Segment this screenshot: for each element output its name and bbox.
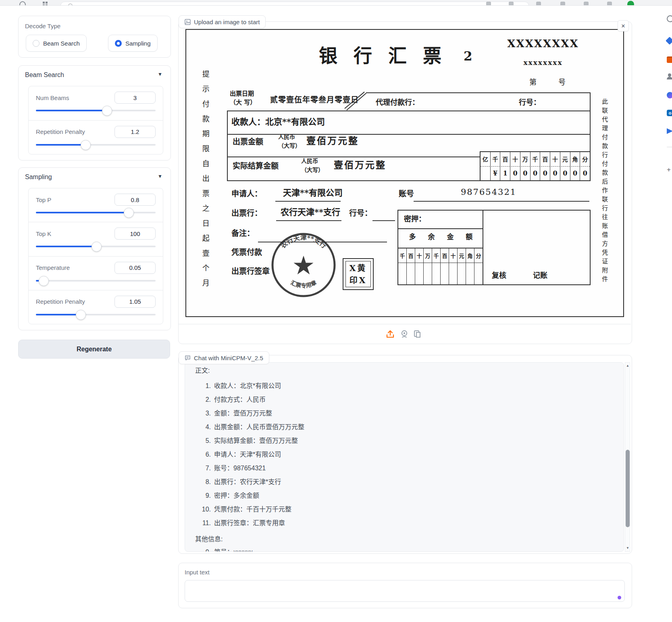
chat-item-number: 1. (199, 382, 211, 390)
webcam-icon[interactable] (400, 330, 409, 338)
chat-list-item: 1. 收款人：北京*有限公司 (199, 382, 616, 390)
slider-handle[interactable] (39, 276, 49, 286)
name-seal-stamp: X黄 印X (343, 258, 374, 290)
slider-handle[interactable] (76, 310, 86, 320)
grid-header-cell: 十 (415, 248, 424, 263)
sidebar-send-icon[interactable] (667, 128, 672, 134)
param-slider[interactable] (36, 144, 156, 146)
extension-badge-icon[interactable] (627, 1, 634, 6)
split-screen-icon[interactable] (560, 2, 565, 6)
menu-icon[interactable] (607, 2, 612, 6)
apps-grid-icon[interactable] (43, 2, 48, 6)
param-slider[interactable] (36, 314, 156, 315)
sidebar-search-icon[interactable] (667, 15, 672, 22)
chat-input-textarea[interactable] (185, 580, 625, 602)
radio-sampling-label: Sampling (125, 40, 151, 47)
sidebar-add-icon[interactable]: + (667, 166, 671, 173)
grid-header-cell: 千 (432, 248, 441, 263)
param-number-input[interactable]: 1.05 (114, 296, 156, 308)
grid-header-cell: 百 (500, 152, 510, 166)
slider-handle[interactable] (124, 208, 134, 218)
bank-draft-image: 银 行 汇 票 2 XXXXXXXX xxxxxxxx 第 号 提示付款期限自出… (185, 29, 624, 317)
favorites-icon[interactable] (509, 2, 514, 6)
draft-pay-label: 凭票付款 (231, 248, 262, 257)
surplus-grid-headers: 千百十万千百十元角分 (398, 248, 483, 263)
draft-drawer-label: 出票行： (231, 209, 262, 218)
chevron-down-icon[interactable]: ▼ (158, 173, 162, 179)
chat-item-number: 2. (199, 395, 211, 404)
draft-line (398, 228, 483, 229)
param-slider[interactable] (36, 110, 156, 111)
param-label: Repetition Penalty (36, 298, 85, 305)
draft-amount-label: 出票金额 (233, 138, 263, 146)
clear-image-button[interactable]: ✕ (618, 20, 629, 31)
grid-header-cell: 分 (474, 248, 483, 263)
slider-handle[interactable] (81, 140, 91, 150)
sampling-accordion-title[interactable]: Sampling (25, 173, 52, 181)
sidebar-outlook-icon[interactable]: o (667, 110, 672, 116)
draft-underline (275, 201, 341, 202)
chat-scrollbar-thumb[interactable] (626, 450, 630, 527)
slider-handle[interactable] (92, 242, 102, 252)
regenerate-button[interactable]: Regenerate (18, 340, 170, 359)
chevron-down-icon[interactable]: ▼ (158, 71, 162, 77)
radio-sampling[interactable]: Sampling (108, 35, 158, 52)
history-icon[interactable] (19, 1, 26, 6)
chat-item-text: 出票行签章：汇票专用章 (214, 519, 285, 528)
param-slider[interactable] (36, 246, 156, 247)
address-bar[interactable] (60, 2, 529, 6)
radio-off-icon[interactable] (33, 40, 40, 47)
grid-empty-cell (398, 263, 407, 284)
chat-item-text: 申请人：天津*有限公司 (214, 450, 281, 459)
param-number-input[interactable]: 0.8 (114, 194, 156, 206)
param-number-input[interactable]: 0.05 (114, 262, 156, 274)
param-number-input[interactable]: 3 (114, 92, 156, 104)
draft-issue-date-value: 贰零壹伍年零叁月零壹日 (270, 96, 359, 104)
param-number-input[interactable]: 100 (114, 228, 156, 240)
draft-no-suffix: 号 (558, 78, 566, 87)
chat-overflow-item: 9. 第号：xxxxxx (195, 548, 616, 552)
param-slider[interactable] (36, 280, 156, 282)
draft-issue-date-label1: 出票日期 (230, 90, 254, 97)
sidebar-games-icon[interactable] (667, 73, 672, 79)
sidebar-shopping-icon[interactable] (667, 56, 672, 63)
sampling-accordion: Sampling ▼ Top P 0.8 Top K (18, 167, 171, 330)
chat-item-number: 3. (199, 409, 211, 418)
draft-book-label: 记账 (533, 271, 547, 280)
draft-underline (276, 220, 341, 221)
scroll-down-icon[interactable]: ▼ (626, 546, 630, 550)
chat-list-item: 2. 付款方式：人民币 (199, 395, 616, 404)
grid-empty-cell (441, 263, 449, 284)
draft-line (227, 157, 481, 157)
slider-handle[interactable] (102, 106, 112, 116)
draft-right-margin-text: 此联代理付款行付款后作联行往账借方凭证附件 (601, 98, 608, 308)
param-row: Repetition Penalty 1.05 (29, 290, 163, 324)
grid-header-cell: 元 (560, 152, 570, 166)
svg-text:农行天津**支行: 农行天津**支行 (279, 234, 328, 250)
input-label: Input text (185, 569, 210, 576)
extensions-icon[interactable] (536, 2, 541, 6)
chat-item-number: 11. (199, 519, 211, 528)
site-info-icon[interactable] (68, 4, 73, 6)
chat-item-number: 4. (199, 423, 211, 432)
param-slider[interactable] (36, 212, 156, 213)
paste-icon[interactable] (413, 330, 422, 338)
radio-on-icon[interactable] (115, 40, 122, 47)
sidebar-bookmark-icon[interactable] (666, 37, 672, 45)
upload-icon[interactable] (386, 330, 395, 338)
grid-digit-cell: 0 (520, 167, 531, 181)
chat-heading: 正文: (195, 366, 616, 375)
profile-icon[interactable] (584, 2, 589, 6)
radio-beam-search[interactable]: Beam Search (26, 35, 87, 52)
chat-list-item: 5. 实际结算金额：壹佰万万元整 (199, 436, 616, 445)
beam-search-accordion-title[interactable]: Beam Search (25, 71, 64, 79)
download-icon[interactable] (486, 2, 491, 6)
draft-applicant-value: 天津**有限公司 (283, 188, 343, 198)
draft-agent-bank-no-label: 行号： (519, 98, 541, 107)
scroll-up-icon[interactable]: ▲ (626, 364, 630, 367)
sidebar-copilot-icon[interactable] (667, 92, 672, 98)
param-number-input[interactable]: 1.2 (114, 126, 156, 138)
grid-digit-cell: 0 (580, 167, 590, 181)
param-row: Temperature 0.05 (29, 256, 163, 290)
draft-amount-value: 壹佰万元整 (306, 136, 359, 146)
